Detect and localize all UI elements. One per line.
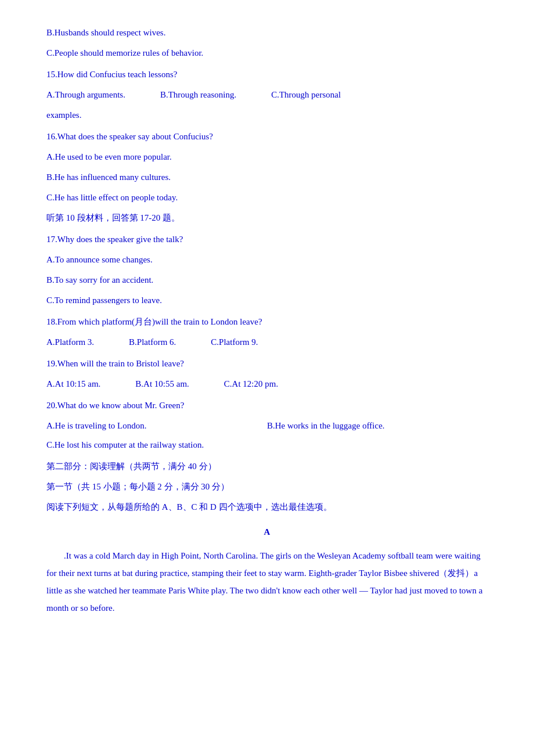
q17-text: 17.Why does the speaker give the talk? [46,235,183,244]
q20-option-a: A.He is traveling to London. [46,416,267,435]
q16-option-a: A.He used to be even more popular. [46,147,488,167]
q15-options: A.Through arguments. B.Through reasoning… [46,85,488,105]
q20-text: 20.What do we know about Mr. Green? [46,401,184,410]
section2-sub1: 第一节（共 15 小题；每小题 2 分，满分 30 分） [46,477,488,496]
section2-title: 第二部分：阅读理解（共两节，满分 40 分） [46,457,488,476]
q20-option-c: C.He lost his computer at the railway st… [46,435,488,455]
q16b-text: B.He has influenced many cultures. [46,172,171,182]
section2-instruction-text: 阅读下列短文，从每题所给的 A、B、C 和 D 四个选项中，选出最佳选项。 [46,502,332,512]
q20-options-row1: A.He is traveling to London. B.He works … [46,416,488,435]
q16-option-c: C.He has little effect on people today. [46,188,488,207]
q16-option-b: B.He has influenced many cultures. [46,168,488,187]
section2-title-text: 第二部分：阅读理解（共两节，满分 40 分） [46,462,217,471]
section-a: A [46,521,488,543]
q18-options: A.Platform 3. B.Platform 6. C.Platform 9… [46,333,488,352]
q20c-text: C.He lost his computer at the railway st… [46,440,204,449]
q15-option-a: A.Through arguments. [46,85,125,105]
paragraph1-text: .It was a cold March day in High Point, … [46,551,482,613]
q15c2-text: examples. [46,110,81,120]
question-18: 18.From which platform(月台)will the train… [46,312,488,332]
q19-text: 19.When will the train to Bristol leave? [46,359,184,368]
q17-option-a: A.To announce some changes. [46,250,488,269]
q18-option-a: A.Platform 3. [46,333,94,352]
q15-text: 15.How did Confucius teach lessons? [46,70,177,79]
question-20: 20.What do we know about Mr. Green? [46,396,488,415]
section2-sub1-text: 第一节（共 15 小题；每小题 2 分，满分 30 分） [46,482,229,491]
q18-option-c: C.Platform 9. [211,333,258,352]
section10-text: 听第 10 段材料，回答第 17-20 题。 [46,213,180,222]
q20-option-b: B.He works in the luggage office. [267,416,488,435]
line1-text: B.Husbands should respect wives. [46,28,165,37]
option-c-line2: C.People should memorize rules of behavi… [46,44,488,63]
q16c-text: C.He has little effect on people today. [46,193,178,202]
q17-option-b: B.To say sorry for an accident. [46,271,488,290]
section-a-label-text: A [264,527,270,537]
line2-text: C.People should memorize rules of behavi… [46,48,203,57]
q15-option-c: C.Through personal [271,85,341,105]
q15-examples: examples. [46,106,488,125]
q17-option-c: C.To remind passengers to leave. [46,291,488,310]
question-19: 19.When will the train to Bristol leave? [46,354,488,373]
q19-option-a: A.At 10:15 am. [46,375,100,394]
q15-option-b: B.Through reasoning. [160,85,236,105]
question-16: 16.What does the speaker say about Confu… [46,127,488,146]
section-10-label: 听第 10 段材料，回答第 17-20 题。 [46,208,488,228]
question-15: 15.How did Confucius teach lessons? [46,65,488,84]
main-content: B.Husbands should respect wives. C.Peopl… [46,23,488,617]
q16a-text: A.He used to be even more popular. [46,152,172,161]
q17a-text: A.To announce some changes. [46,255,153,264]
q19-options: A.At 10:15 am. B.At 10:55 am. C.At 12:20… [46,375,488,394]
q17b-text: B.To say sorry for an accident. [46,275,153,285]
section2-instruction: 阅读下列短文，从每题所给的 A、B、C 和 D 四个选项中，选出最佳选项。 [46,498,488,517]
q19-option-b: B.At 10:55 am. [135,375,189,394]
question-17: 17.Why does the speaker give the talk? [46,230,488,249]
option-b-line1: B.Husbands should respect wives. [46,23,488,42]
q18-text: 18.From which platform(月台)will the train… [46,317,262,326]
q18-option-b: B.Platform 6. [129,333,176,352]
q16-text: 16.What does the speaker say about Confu… [46,132,213,141]
q17c-text: C.To remind passengers to leave. [46,296,162,305]
passage-paragraph-1: .It was a cold March day in High Point, … [46,547,488,617]
q19-option-c: C.At 12:20 pm. [224,375,278,394]
